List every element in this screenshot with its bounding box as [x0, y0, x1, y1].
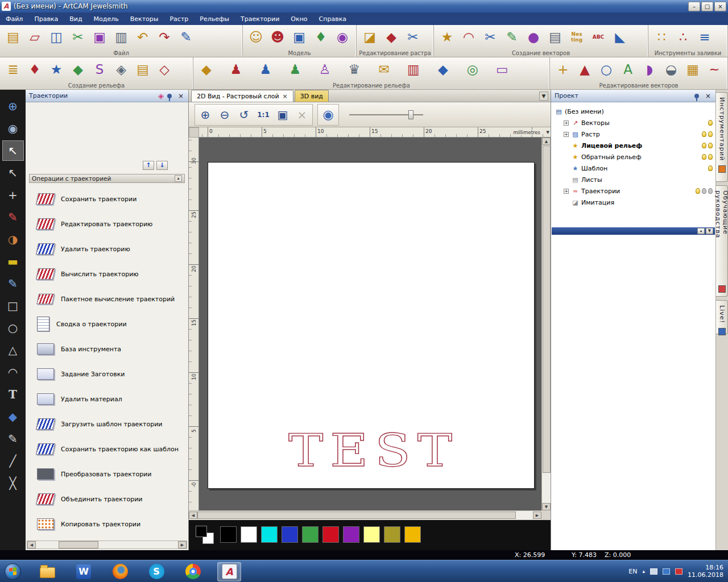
canvas-vscrollbar[interactable]: ▲ ▼ — [541, 138, 551, 510]
action-center-icon[interactable] — [675, 568, 682, 575]
palette-swatch[interactable] — [302, 526, 318, 543]
model-back-icon[interactable]: ☻ — [267, 26, 288, 48]
scrollbar-thumb[interactable] — [59, 541, 98, 548]
pin-icon[interactable] — [167, 94, 172, 98]
zoom-tool-icon[interactable]: ⊕ — [2, 96, 24, 117]
model-front-icon[interactable]: ☺ — [245, 26, 267, 48]
pin-icon[interactable] — [694, 94, 699, 98]
tab-live[interactable]: Live! — [716, 300, 728, 334]
polygon-tool-icon[interactable]: △ — [2, 340, 24, 360]
toolpath-operation[interactable]: Задание Заготовки — [28, 361, 187, 386]
select-tool-icon[interactable]: ↖ — [2, 140, 24, 161]
model-preview-icon[interactable]: ▣ — [288, 26, 310, 48]
relief-star-icon[interactable]: ★ — [46, 59, 67, 80]
node-edit-tool-icon[interactable]: ↖ — [2, 163, 24, 183]
paint-tool-icon[interactable]: ✎ — [2, 207, 24, 227]
crop-raster-icon[interactable]: ✂ — [402, 26, 424, 48]
language-indicator[interactable]: EN — [628, 568, 637, 575]
tree-node-vectors[interactable]: + ↗ Векторы — [555, 117, 714, 128]
cone-vector-icon[interactable]: ▲ — [574, 59, 595, 80]
tree-node-front-relief[interactable]: ★ Лицевой рельеф — [555, 140, 714, 151]
undo-icon[interactable]: ↶ — [132, 26, 154, 48]
spin-relief-2-icon[interactable]: ♟ — [255, 59, 276, 80]
letters-vector-icon[interactable]: A — [617, 59, 639, 80]
zoom-in-button[interactable]: ⊕ — [196, 105, 215, 124]
column-relief-icon[interactable]: ▥ — [403, 59, 424, 80]
curve-vector-icon[interactable]: ~ — [704, 59, 725, 80]
erase-relief-icon[interactable]: ▭ — [491, 59, 513, 80]
tray-expand-icon[interactable]: ▴ — [642, 568, 645, 574]
primary-color-swatch[interactable] — [196, 526, 207, 537]
visibility-bulb-icon[interactable] — [696, 188, 700, 194]
visibility-bulb-icon[interactable] — [708, 154, 713, 160]
toolpath-operation[interactable]: Копировать траектории — [28, 512, 187, 537]
close-panel-icon[interactable]: × — [704, 92, 712, 100]
spin-relief-3-icon[interactable]: ♟ — [284, 59, 306, 80]
tab-list-dropdown-icon[interactable]: ▼ — [539, 92, 548, 101]
freehand-vector-icon[interactable]: ✎ — [501, 26, 523, 48]
splitter-down-button[interactable]: ▼ — [706, 228, 713, 234]
relief-extrude-icon[interactable]: ◆ — [67, 59, 89, 80]
menu-item[interactable]: Рельефы — [194, 13, 235, 25]
primary-secondary-swatch[interactable] — [196, 526, 214, 544]
ruler-units-dropdown-icon[interactable]: ▼ — [547, 130, 549, 135]
relief-sweep-icon[interactable]: S — [89, 59, 110, 80]
scrollbar-thumb[interactable] — [197, 512, 516, 519]
assistant-icon[interactable]: ◈ — [158, 92, 164, 100]
palette-swatch[interactable] — [404, 526, 421, 543]
visibility-bulb-icon[interactable] — [708, 143, 713, 148]
droplet-tool-icon[interactable]: ◆ — [2, 406, 24, 427]
volume-icon[interactable] — [650, 568, 657, 575]
crown-relief-icon[interactable]: ♛ — [344, 59, 365, 80]
nesting-icon[interactable]: Nes ting — [566, 26, 588, 48]
scroll-left-button[interactable]: ◀ — [27, 541, 36, 548]
palette-swatch[interactable] — [343, 526, 359, 543]
taskbar-skype-button[interactable]: S — [144, 562, 168, 581]
offset-relief-icon[interactable]: ◆ — [432, 59, 454, 80]
palette-swatch[interactable] — [241, 526, 257, 543]
toolpath-operation[interactable]: Пакетное вычисление траекторий — [28, 286, 187, 311]
tree-node-back-relief[interactable]: ★ Обратный рельеф — [555, 151, 714, 163]
menu-item[interactable]: Справка — [313, 13, 352, 25]
tree-node-sheets[interactable]: ▤ Листы — [555, 174, 714, 185]
move-down-button[interactable]: ↓ — [156, 161, 168, 170]
project-root[interactable]: ▤ (Без имени) — [555, 106, 714, 117]
test-vector-text[interactable]: TEST — [285, 429, 467, 477]
tab-toolbox[interactable]: Инструментарий — [716, 92, 728, 182]
taskbar-word-button[interactable]: W — [72, 562, 96, 581]
palette-swatch[interactable] — [282, 526, 298, 543]
brush-tool-icon[interactable]: ╱ — [2, 451, 24, 471]
palette-swatch[interactable] — [322, 526, 339, 543]
zoom-slider[interactable] — [349, 109, 423, 120]
move-up-button[interactable]: ↑ — [143, 161, 154, 170]
visibility-bulb-icon[interactable] — [702, 143, 706, 148]
gray-relief-icon[interactable]: ♙ — [314, 59, 336, 80]
tree-node-simulation[interactable]: ◪ Имитация — [555, 197, 714, 208]
new-model-icon[interactable]: ▤ — [2, 26, 24, 48]
toolpath-operation[interactable]: Редактировать траекторию — [28, 211, 187, 236]
scrollbar-thumb[interactable] — [543, 146, 551, 473]
ellipse-tool-icon[interactable]: ○ — [2, 318, 24, 338]
vector-texture-icon[interactable]: ABC — [588, 26, 609, 48]
zoom-previous-button[interactable]: ↺ — [234, 105, 254, 124]
fill-connect-icon[interactable]: ≡ — [694, 26, 715, 48]
envelope-relief-icon[interactable]: ✉ — [373, 59, 395, 80]
polygon-edit-icon[interactable]: ◆ — [380, 26, 402, 48]
wrap-vector-icon[interactable]: ◣ — [609, 26, 631, 48]
menu-item[interactable]: Окно — [285, 13, 313, 25]
cut-icon[interactable]: ✂ — [67, 26, 89, 48]
menu-item[interactable]: Вид — [64, 13, 88, 25]
model-page[interactable]: TEST — [208, 162, 535, 489]
palette-swatch[interactable] — [220, 526, 237, 543]
close-panel-icon[interactable]: × — [177, 92, 185, 100]
maximize-button[interactable]: □ — [701, 2, 713, 11]
paste-icon[interactable]: ▥ — [110, 26, 132, 48]
fill-dots-icon[interactable]: ∷ — [651, 26, 672, 48]
zoom-1to1-button[interactable]: 1:1 — [254, 105, 273, 124]
collapse-section-button[interactable]: ▴ — [175, 175, 182, 182]
palette-swatch[interactable] — [261, 526, 278, 543]
model-tool-icon[interactable]: ♦ — [310, 26, 332, 48]
toolpath-operation[interactable]: Загрузить шаблон траектории — [28, 411, 187, 436]
taskbar-clock[interactable]: 18:16 11.06.2018 — [688, 564, 723, 579]
text-tool-icon[interactable]: T — [2, 384, 24, 405]
